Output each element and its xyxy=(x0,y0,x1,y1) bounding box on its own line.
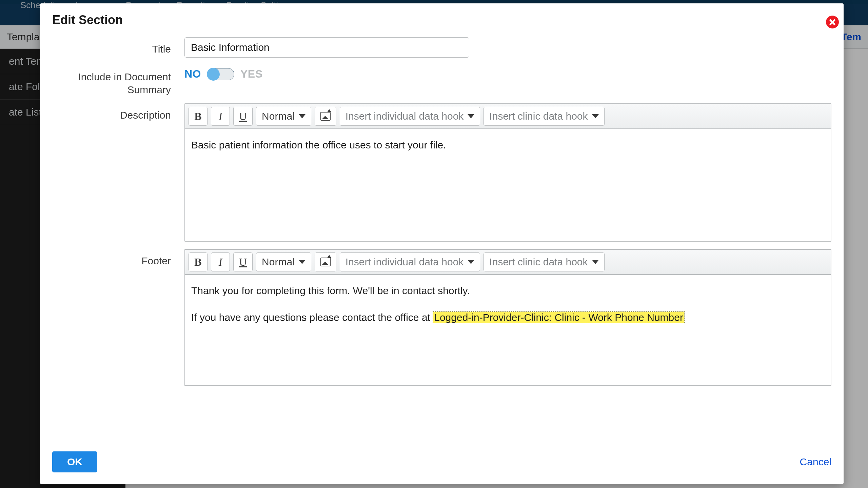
insert-individual-hook-select[interactable]: Insert individual data hook xyxy=(340,107,480,126)
paragraph-style-label: Normal xyxy=(262,110,295,122)
insert-clinic-hook-select[interactable]: Insert clinic data hook xyxy=(484,107,604,126)
footer-toolbar: B I U Normal Insert individual data hook xyxy=(185,250,831,275)
italic-button[interactable]: I xyxy=(211,252,230,271)
chevron-down-icon xyxy=(299,114,305,118)
clinic-phone-hook-chip[interactable]: Logged-in-Provider-Clinic: Clinic - Work… xyxy=(433,312,684,323)
footer-editor: B I U Normal Insert individual data hook xyxy=(184,249,831,386)
paragraph-style-select[interactable]: Normal xyxy=(256,252,311,271)
clinic-hook-label: Insert clinic data hook xyxy=(489,110,588,122)
image-icon xyxy=(320,112,331,121)
description-editor: B I U Normal Insert individual data hook xyxy=(184,103,831,242)
cancel-button[interactable]: Cancel xyxy=(800,456,831,468)
individual-hook-label: Insert individual data hook xyxy=(346,110,464,122)
label-title: Title xyxy=(52,37,171,56)
description-textarea[interactable]: Basic patient information the office use… xyxy=(185,129,831,241)
footer-textarea[interactable]: Thank you for completing this form. We'l… xyxy=(185,275,831,385)
underline-button[interactable]: U xyxy=(233,107,253,126)
ok-button[interactable]: OK xyxy=(52,451,97,472)
chevron-down-icon xyxy=(592,260,599,264)
include-summary-toggle[interactable] xyxy=(207,68,234,80)
individual-hook-label: Insert individual data hook xyxy=(346,256,464,268)
close-icon[interactable] xyxy=(826,16,839,28)
modal-actions: OK Cancel xyxy=(52,451,831,472)
bold-button[interactable]: B xyxy=(189,107,208,126)
toggle-yes-label: YES xyxy=(240,68,263,80)
image-icon xyxy=(320,258,331,266)
label-footer: Footer xyxy=(52,249,171,267)
paragraph-style-label: Normal xyxy=(262,256,295,268)
description-toolbar: B I U Normal Insert individual data hook xyxy=(185,104,831,129)
insert-individual-hook-select[interactable]: Insert individual data hook xyxy=(340,252,480,271)
insert-clinic-hook-select[interactable]: Insert clinic data hook xyxy=(484,252,604,271)
insert-image-button[interactable] xyxy=(315,252,336,271)
italic-button[interactable]: I xyxy=(211,107,230,126)
toggle-knob xyxy=(207,68,220,81)
title-input[interactable] xyxy=(184,37,469,58)
chevron-down-icon xyxy=(299,260,305,264)
chevron-down-icon xyxy=(468,114,474,118)
bold-button[interactable]: B xyxy=(189,252,208,271)
paragraph-style-select[interactable]: Normal xyxy=(256,107,311,126)
label-include-summary: Include in Document Summary xyxy=(52,65,171,96)
modal-title: Edit Section xyxy=(52,13,831,27)
label-description: Description xyxy=(52,103,171,122)
insert-image-button[interactable] xyxy=(315,107,336,126)
chevron-down-icon xyxy=(468,260,474,264)
clinic-hook-label: Insert clinic data hook xyxy=(489,256,588,268)
chevron-down-icon xyxy=(592,114,599,118)
edit-section-modal: Edit Section Title Include in Document S… xyxy=(40,3,844,484)
underline-button[interactable]: U xyxy=(233,252,253,271)
toggle-no-label: NO xyxy=(184,68,201,80)
